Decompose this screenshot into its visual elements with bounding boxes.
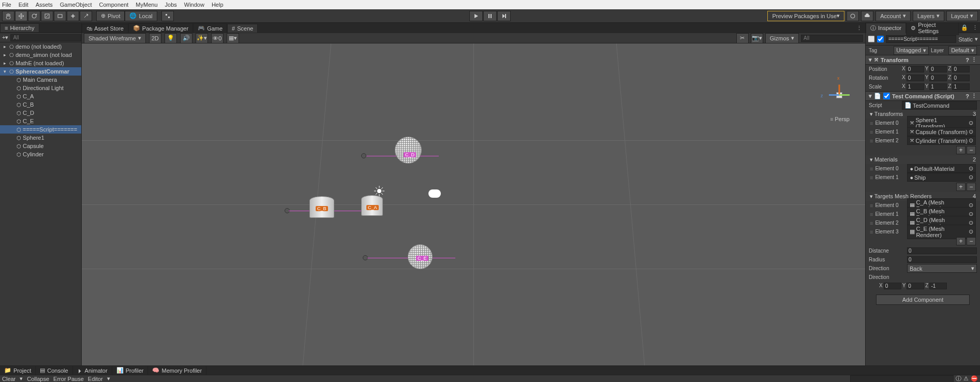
snap-toggle[interactable] (161, 11, 174, 21)
script-field[interactable]: 📄TestCommand (902, 101, 977, 110)
preview-packages-button[interactable]: Preview Packages in Use ▾ (767, 11, 844, 21)
tree-arrow[interactable]: ▸ (2, 61, 7, 66)
lighting-toggle[interactable]: 💡 (165, 33, 177, 43)
picker-icon[interactable]: ⊙ (969, 137, 973, 144)
scale-y[interactable] (929, 83, 947, 90)
radius-field[interactable] (907, 256, 977, 263)
menu-edit[interactable]: Edit (19, 2, 28, 8)
layers-dropdown[interactable]: Layers ▾ (913, 11, 944, 21)
add-component-button[interactable]: Add Component (876, 295, 970, 305)
help-icon[interactable]: ? (966, 93, 969, 99)
hierarchy-item-8[interactable]: ⬡C_D (0, 109, 81, 117)
hierarchy-item-7[interactable]: ⬡C_B (0, 100, 81, 109)
local-toggle[interactable]: 🌐Local (125, 11, 157, 21)
remove-transform[interactable]: − (967, 146, 976, 154)
add-transform[interactable]: + (956, 146, 966, 154)
hierarchy-item-0[interactable]: ▸⎔demo (not loaded) (0, 42, 81, 51)
drag-handle[interactable]: ≡ (870, 120, 873, 126)
inspector-tab[interactable]: ⓘInspector (866, 23, 906, 33)
hierarchy-item-1[interactable]: ▸⎔demo_simon (not load (0, 51, 81, 59)
scene-search[interactable] (801, 35, 863, 42)
preset-icon[interactable]: ⋮ (971, 93, 977, 99)
direction-dropdown[interactable]: Back▾ (907, 264, 977, 273)
menu-gameobject[interactable]: GameObject (60, 2, 92, 8)
tab-console[interactable]: ▤Console (36, 366, 72, 375)
tab-memory-profiler[interactable]: 🧠Memory Profiler (148, 366, 206, 375)
active-checkbox[interactable] (877, 36, 884, 42)
pos-y[interactable] (929, 66, 947, 72)
collab-button[interactable] (847, 11, 859, 21)
tab-game[interactable]: 🎮Game (193, 23, 227, 33)
drag-handle[interactable]: ≡ (870, 166, 873, 172)
sphere-cd[interactable] (395, 137, 422, 164)
collapse-toggle[interactable]: Collapse (27, 376, 49, 382)
orientation-gizmo[interactable]: x z (824, 80, 855, 111)
error-count[interactable]: ⛔ (971, 375, 978, 382)
plus-icon[interactable]: +▾ (2, 34, 8, 41)
transform-tool[interactable] (67, 11, 79, 21)
shading-dropdown[interactable]: Shaded Wireframe▾ (84, 33, 146, 43)
pause-button[interactable] (483, 11, 497, 21)
hierarchy-item-9[interactable]: ⬡C_E (0, 117, 81, 125)
hierarchy-item-2[interactable]: ▸⎔MathE (not loaded) (0, 59, 81, 67)
tab-project[interactable]: 📁Project (0, 366, 36, 375)
rot-z[interactable] (952, 75, 970, 81)
distance-field[interactable] (907, 247, 977, 254)
menu-help[interactable]: Help (212, 2, 224, 8)
pivot-toggle[interactable]: ⊕Pivot (96, 11, 125, 21)
picker-icon[interactable]: ⊙ (969, 120, 973, 126)
hierarchy-search[interactable] (10, 34, 81, 41)
tree-arrow[interactable]: ▸ (2, 44, 7, 49)
drag-handle[interactable]: ≡ (870, 229, 873, 235)
menu-mymenu[interactable]: MyMenu (136, 2, 157, 8)
play-button[interactable] (469, 11, 483, 21)
transform-component-header[interactable]: ▾ ⤧ Transform ? ⋮ (866, 55, 980, 65)
picker-icon[interactable]: ⊙ (969, 165, 973, 172)
tag-dropdown[interactable]: Untagged▾ (894, 46, 929, 55)
object-field[interactable]: ⤧Cylinder (Transform)⊙ (907, 136, 976, 145)
hierarchy-item-12[interactable]: ⬡Capsule (0, 142, 81, 150)
tools-icon[interactable]: ✂ (736, 33, 749, 43)
pos-z[interactable] (952, 66, 970, 72)
hierarchy-item-4[interactable]: ⬡Main Camera (0, 76, 81, 84)
hierarchy-tab[interactable]: ≡Hierarchy (0, 23, 39, 32)
hierarchy-item-5[interactable]: ⬡Directional Light (0, 84, 81, 92)
remove-target[interactable]: − (967, 237, 976, 245)
object-field[interactable]: ⤧Capsule (Transform)⊙ (907, 127, 976, 136)
tab-profiler[interactable]: 📊Profiler (112, 366, 149, 375)
move-tool[interactable] (15, 11, 27, 21)
audio-toggle[interactable]: 🔊 (180, 33, 192, 43)
layout-dropdown[interactable]: Layout ▾ (946, 11, 978, 21)
hierarchy-item-11[interactable]: ⬡Sphere1 (0, 134, 81, 142)
picker-icon[interactable]: ⊙ (969, 228, 973, 235)
component-enabled[interactable] (883, 93, 890, 99)
dir-x[interactable] (884, 283, 901, 289)
object-name-field[interactable]: =====Script======= (886, 35, 956, 43)
drag-handle[interactable]: ≡ (870, 138, 873, 144)
menu-assets[interactable]: Assets (36, 2, 53, 8)
preset-icon[interactable]: ⋮ (971, 56, 977, 63)
tab-menu-icon[interactable]: ⋮ (970, 24, 980, 31)
chevron-down-icon[interactable]: ▾ (975, 36, 978, 42)
step-button[interactable] (497, 11, 511, 21)
drag-handle[interactable]: ≡ (870, 220, 873, 226)
2d-toggle[interactable]: 2D (149, 33, 161, 43)
dir-y[interactable] (907, 283, 924, 289)
scale-z[interactable] (952, 83, 970, 90)
grid-toggle[interactable]: ▦▾ (227, 33, 239, 43)
menu-component[interactable]: Component (99, 2, 128, 8)
pos-x[interactable] (907, 66, 924, 72)
tab-package-manager[interactable]: 📦Package Manager (128, 23, 193, 33)
drag-handle[interactable]: ≡ (870, 202, 873, 209)
hierarchy-item-13[interactable]: ⬡Cylinder (0, 150, 81, 158)
hidden-toggle[interactable]: 👁0 (211, 33, 224, 43)
add-material[interactable]: + (956, 183, 966, 191)
rot-y[interactable] (929, 75, 947, 81)
custom-tool[interactable] (80, 11, 92, 21)
chevron-down-icon[interactable]: ▾ (20, 375, 23, 382)
tab-scene[interactable]: #Scene (227, 24, 258, 33)
console-search[interactable] (850, 375, 954, 383)
scene-viewport[interactable]: C_D C_B C_A C_E x z ≡ (82, 43, 865, 365)
drag-handle[interactable]: ≡ (870, 129, 873, 135)
camera-icon[interactable]: 📷▾ (751, 33, 763, 43)
